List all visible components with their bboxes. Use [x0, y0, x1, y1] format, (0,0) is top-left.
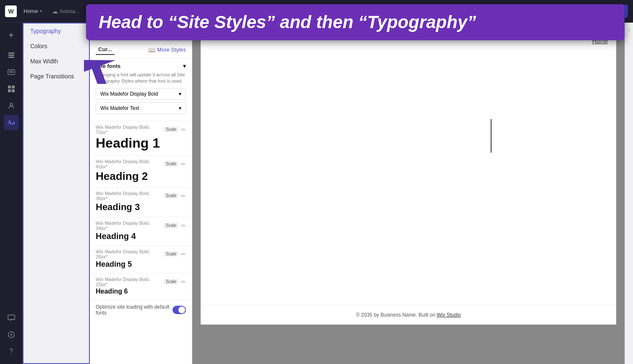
heading-1-meta: Wix Madefor Display Bold, 72px* Scale ✏	[96, 125, 186, 135]
right-sidebar: ‹	[625, 23, 633, 364]
home-chevron-icon: ▾	[40, 9, 42, 13]
icon-sidebar: + Aa ?	[0, 23, 23, 364]
svg-rect-10	[12, 89, 15, 92]
annotation-text: Head to “Site Styles” and then “Typograp…	[99, 12, 612, 33]
panel-item-transitions[interactable]: Page Transitions	[24, 69, 89, 84]
heading-6-preview: Heading 6	[96, 288, 186, 295]
heading-3-preview: Heading 3	[96, 202, 186, 213]
heading-4-edit-icon[interactable]: ✏	[181, 222, 186, 229]
svg-rect-8	[12, 86, 15, 88]
heading-3-scale-badge[interactable]: Scale	[164, 193, 178, 198]
heading-section-2: Wix Madefor Display Bold, 42px* Scale ✏ …	[90, 156, 192, 187]
sidebar-icon-help[interactable]: ?	[4, 344, 19, 359]
heading-section-5: Wix Madefor Display Bold, 28px* Scale ✏ …	[90, 246, 192, 273]
add-element-button[interactable]: +	[4, 28, 19, 43]
optimize-section: Optimize site loading with default fonts	[90, 300, 192, 320]
heading-2-meta: Wix Madefor Display Bold, 42px* Scale ✏	[96, 159, 186, 169]
right-sidebar-collapse-icon[interactable]: ‹	[628, 27, 630, 33]
sidebar-icon-typography[interactable]: Aa	[4, 115, 19, 130]
typography-panel: Site Typography Styles ✕ Cur... 📖 More S…	[90, 23, 192, 364]
heading-section-4: Wix Madefor Display Bold, 34px* Scale ✏ …	[90, 217, 192, 246]
toggle-knob	[178, 307, 185, 313]
optimize-toggle[interactable]	[173, 306, 186, 314]
svg-point-14	[10, 334, 12, 335]
font2-chevron-icon: ▾	[179, 105, 181, 111]
site-fonts-label: Site fonts ▾	[96, 63, 186, 69]
panel-item-colors[interactable]: Colors	[24, 39, 89, 54]
canvas-footer: © 2035 by Business Name. Built on Wix St…	[201, 305, 616, 325]
annotation-banner: Head to “Site Styles” and then “Typograp…	[86, 4, 625, 40]
sidebar-icon-media[interactable]	[4, 81, 19, 96]
site-fonts-description: Changing a font will update it across al…	[96, 72, 186, 85]
canvas-area: Home © 2035 by Business Name. Built on W…	[192, 23, 625, 364]
heading-section-1: Wix Madefor Display Bold, 72px* Scale ✏ …	[90, 121, 192, 156]
font-select-text[interactable]: Wix Madefor Text ▾	[96, 102, 186, 114]
site-fonts-chevron-icon: ▾	[183, 63, 186, 69]
tab-current[interactable]: Cur...	[96, 44, 115, 55]
canvas-vertical-line	[491, 119, 492, 153]
heading-1-edit-icon[interactable]: ✏	[181, 126, 186, 133]
heading-section-3: Wix Madefor Display Bold, 38px* Scale ✏ …	[90, 187, 192, 217]
wix-studio-link[interactable]: Wix Studio	[437, 312, 460, 318]
heading-section-6: Wix Madefor Display Bold, 22px* Scale ✏ …	[90, 273, 192, 300]
heading-4-preview: Heading 4	[96, 231, 186, 241]
heading-4-meta: Wix Madefor Display Bold, 34px* Scale ✏	[96, 221, 186, 231]
sidebar-icon-chat[interactable]	[4, 310, 19, 325]
svg-rect-1	[8, 52, 14, 54]
logo: W	[5, 5, 17, 17]
svg-rect-9	[8, 89, 11, 92]
font-select-display[interactable]: Wix Madefor Display Bold ▾	[96, 88, 186, 100]
svg-rect-2	[8, 55, 14, 56]
svg-rect-7	[8, 86, 11, 88]
typography-tabs: Cur... 📖 More Styles	[90, 41, 192, 59]
heading-1-scale-badge[interactable]: Scale	[164, 127, 178, 132]
heading-4-scale-badge[interactable]: Scale	[164, 223, 178, 228]
svg-rect-6	[9, 72, 13, 73]
sidebar-icon-pages[interactable]	[4, 48, 19, 63]
svg-point-11	[10, 103, 13, 106]
heading-5-scale-badge[interactable]: Scale	[164, 251, 178, 257]
svg-rect-5	[9, 71, 13, 72]
sidebar-icon-apps[interactable]	[4, 327, 19, 342]
home-nav[interactable]: Home ▾	[20, 6, 45, 16]
panel-item-typography[interactable]: Typography	[24, 23, 89, 39]
site-styles-panel: Typography Colors Max Width Page Transit…	[23, 23, 90, 364]
more-styles-link[interactable]: 📖 More Styles	[148, 47, 186, 53]
optimize-label: Optimize site loading with default fonts	[96, 304, 173, 316]
heading-3-meta: Wix Madefor Display Bold, 38px* Scale ✏	[96, 191, 186, 201]
font1-chevron-icon: ▾	[179, 91, 181, 97]
heading-6-scale-badge[interactable]: Scale	[164, 279, 178, 284]
panel-item-maxwidth[interactable]: Max Width	[24, 54, 89, 69]
heading-5-meta: Wix Madefor Display Bold, 28px* Scale ✏	[96, 249, 186, 259]
heading-2-scale-badge[interactable]: Scale	[164, 161, 178, 166]
svg-rect-12	[8, 315, 15, 320]
heading-6-edit-icon[interactable]: ✏	[181, 278, 186, 285]
book-icon: 📖	[148, 47, 155, 53]
heading-3-edit-icon[interactable]: ✏	[181, 192, 186, 199]
main-layout: + Aa ?	[0, 23, 633, 364]
heading-2-edit-icon[interactable]: ✏	[181, 161, 186, 167]
heading-5-preview: Heading 5	[96, 260, 186, 269]
heading-1-preview: Heading 1	[96, 135, 186, 151]
svg-rect-3	[8, 57, 14, 58]
sidebar-icon-layers[interactable]	[4, 65, 19, 80]
home-label: Home	[24, 8, 38, 14]
heading-5-edit-icon[interactable]: ✏	[181, 251, 186, 257]
canvas-page: Home © 2035 by Business Name. Built on W…	[201, 31, 616, 325]
site-fonts-section: Site fonts ▾ Changing a font will update…	[90, 59, 192, 121]
heading-2-preview: Heading 2	[96, 170, 186, 183]
autosave-status: ☁ Autosa...	[52, 8, 79, 15]
sidebar-icon-people[interactable]	[4, 98, 19, 113]
heading-6-meta: Wix Madefor Display Bold, 22px* Scale ✏	[96, 277, 186, 287]
canvas-body	[201, 51, 616, 305]
